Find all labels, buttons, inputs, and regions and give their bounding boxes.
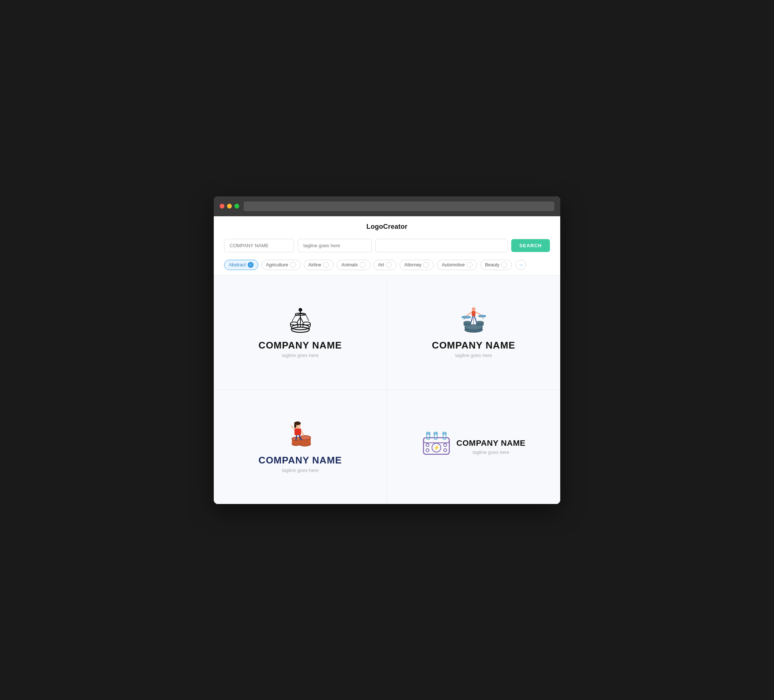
company-name-1: COMPANY NAME — [258, 340, 342, 351]
svg-rect-49 — [294, 428, 301, 435]
svg-line-34 — [466, 312, 472, 316]
filter-label: Abstract — [229, 262, 246, 267]
maximize-button[interactable] — [235, 204, 239, 208]
svg-line-51 — [301, 430, 304, 436]
close-button[interactable] — [220, 204, 225, 208]
app-content: LogoCreator SEARCH Abstract ✓ Agricultur… — [214, 216, 560, 504]
tagline-4: tagline goes here — [456, 449, 525, 455]
logo-card-4[interactable]: ⚡ COMPANY NAME tagline goes here — [387, 390, 560, 504]
filter-bar: Abstract ✓ Agriculture ✓ Airline ✓ Anima… — [214, 257, 560, 275]
svg-line-50 — [291, 426, 294, 429]
logo-card-2[interactable]: COMPANY NAME tagline goes here — [387, 276, 560, 390]
filter-label: Agriculture — [266, 262, 288, 267]
filter-label: Attorney — [404, 262, 422, 267]
company-name-3: COMPANY NAME — [258, 455, 342, 466]
tagline-input[interactable] — [298, 239, 372, 253]
filter-chip-automotive[interactable]: Automotive ✓ — [437, 260, 477, 270]
svg-rect-25 — [464, 323, 471, 326]
filter-chip-animals[interactable]: Animals ✓ — [336, 260, 370, 270]
svg-rect-55 — [423, 438, 449, 443]
logo-icon-4: ⚡ — [422, 430, 451, 458]
svg-point-4 — [290, 322, 298, 325]
svg-point-12 — [299, 308, 302, 312]
svg-point-65 — [426, 449, 429, 452]
logo-icon-1 — [284, 307, 317, 335]
tagline-3: tagline goes here — [282, 467, 319, 473]
logo-card-3[interactable]: COMPANY NAME tagline goes here — [214, 390, 387, 504]
filter-label: Art — [378, 262, 384, 267]
svg-point-32 — [472, 307, 475, 311]
svg-rect-28 — [476, 323, 484, 326]
company-name-4: COMPANY NAME — [456, 438, 525, 448]
filter-check-icon: ✓ — [386, 262, 392, 268]
svg-line-16 — [292, 316, 295, 322]
svg-point-48 — [294, 424, 296, 428]
tagline-1: tagline goes here — [282, 353, 319, 358]
filter-label: Automotive — [442, 262, 465, 267]
svg-line-19 — [300, 317, 303, 322]
filter-chip-attorney[interactable]: Attorney ✓ — [400, 260, 434, 270]
company-name-input[interactable] — [224, 239, 294, 253]
svg-line-39 — [475, 316, 476, 322]
svg-line-52 — [296, 435, 297, 440]
svg-point-7 — [303, 322, 310, 325]
address-bar[interactable] — [244, 201, 554, 211]
filter-label: Animals — [341, 262, 357, 267]
filter-check-icon: ✓ — [501, 262, 507, 268]
filter-chip-art[interactable]: Art ✓ — [373, 260, 397, 270]
browser-window: LogoCreator SEARCH Abstract ✓ Agricultur… — [214, 196, 560, 504]
search-button[interactable]: SEARCH — [511, 239, 550, 252]
search-bar: SEARCH — [214, 234, 560, 257]
filter-chip-beauty[interactable]: Beauty ✓ — [480, 260, 512, 270]
filter-label: Beauty — [485, 262, 499, 267]
filter-chip-abstract[interactable]: Abstract ✓ — [224, 260, 258, 270]
tagline-2: tagline goes here — [455, 353, 492, 358]
filter-chip-agriculture[interactable]: Agriculture ✓ — [261, 260, 301, 270]
filter-check-icon: ✓ — [466, 262, 473, 268]
svg-line-17 — [306, 315, 309, 321]
traffic-lights — [220, 204, 239, 208]
keyword-input[interactable] — [375, 239, 508, 253]
logo-inline-wrapper: ⚡ COMPANY NAME tagline goes here — [422, 430, 525, 463]
card4-text-block: COMPANY NAME tagline goes here — [456, 438, 525, 455]
filter-check-icon: ✓ — [248, 262, 253, 268]
company-name-2: COMPANY NAME — [432, 340, 515, 351]
svg-point-67 — [444, 449, 447, 452]
svg-line-18 — [297, 317, 300, 322]
logo-grid: COMPANY NAME tagline goes here — [214, 275, 560, 504]
logo-icon-3 — [286, 420, 315, 449]
svg-point-66 — [444, 444, 447, 447]
svg-rect-33 — [472, 311, 475, 316]
filter-check-icon: ✓ — [323, 262, 329, 268]
minimize-button[interactable] — [227, 204, 232, 208]
logo-card-1[interactable]: COMPANY NAME tagline goes here — [214, 276, 387, 390]
filter-label: Airline — [309, 262, 321, 267]
filter-check-icon: ✓ — [290, 262, 296, 268]
browser-chrome — [214, 196, 560, 216]
app-title: LogoCreator — [214, 216, 560, 234]
logo-icon-2 — [457, 307, 490, 335]
filter-check-icon: ✓ — [360, 262, 366, 268]
filters-next-button[interactable]: → — [516, 260, 526, 270]
svg-line-38 — [471, 316, 473, 322]
svg-text:⚡: ⚡ — [433, 445, 440, 451]
filter-chip-airline[interactable]: Airline ✓ — [304, 260, 334, 270]
svg-point-64 — [426, 444, 429, 447]
svg-line-35 — [475, 312, 481, 315]
filter-check-icon: ✓ — [423, 262, 429, 268]
